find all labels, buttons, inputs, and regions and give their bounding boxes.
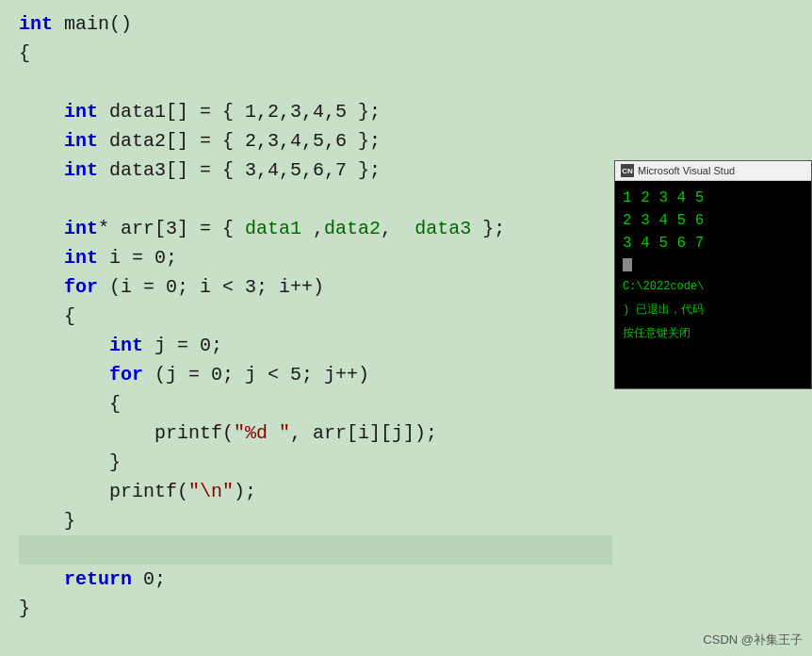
code-line-2: { bbox=[19, 39, 612, 68]
console-window: CN Microsoft Visual Stud 1 2 3 4 5 2 3 4… bbox=[614, 160, 812, 389]
code-line-18: } bbox=[19, 506, 612, 535]
console-status-2: ) 已退出，代码 bbox=[623, 303, 804, 319]
code-line-4: int data1[] = { 1,2,3,4,5 }; bbox=[19, 97, 612, 126]
console-status-1: C:\2022code\ bbox=[623, 279, 804, 295]
console-icon: CN bbox=[621, 164, 634, 177]
code-line-9: int i = 0; bbox=[19, 243, 612, 272]
code-line-12: int j = 0; bbox=[19, 331, 612, 360]
code-line-8: int* arr[3] = { data1 ,data2, data3 }; bbox=[19, 214, 612, 243]
console-output-row-1: 1 2 3 4 5 bbox=[623, 187, 804, 209]
console-cursor bbox=[623, 258, 632, 271]
code-line-11: { bbox=[19, 302, 612, 331]
console-body: 1 2 3 4 5 2 3 4 5 6 3 4 5 6 7 C:\2022cod… bbox=[615, 181, 811, 388]
code-line-17: printf("\n"); bbox=[19, 477, 612, 506]
console-titlebar: CN Microsoft Visual Stud bbox=[615, 161, 811, 181]
code-line-20: return 0; bbox=[19, 565, 612, 594]
console-title: Microsoft Visual Stud bbox=[638, 165, 735, 176]
code-line-5: int data2[] = { 2,3,4,5,6 }; bbox=[19, 126, 612, 156]
code-line-7 bbox=[19, 185, 612, 214]
code-line-13: for (j = 0; j < 5; j++) bbox=[19, 360, 612, 389]
code-line-19 bbox=[19, 535, 612, 565]
code-line-21: } bbox=[19, 594, 612, 623]
code-line-3 bbox=[19, 68, 612, 97]
console-output-row-3: 3 4 5 6 7 bbox=[623, 232, 804, 254]
code-line-6: int data3[] = { 3,4,5,6,7 }; bbox=[19, 156, 612, 185]
code-line-10: for (i = 0; i < 3; i++) bbox=[19, 272, 612, 302]
code-line-16: } bbox=[19, 448, 612, 477]
code-editor: int main() { int data1[] = { 1,2,3,4,5 }… bbox=[0, 0, 631, 656]
watermark: CSDN @补集王子 bbox=[703, 631, 803, 648]
code-line-14: { bbox=[19, 389, 612, 418]
code-line-1: int main() bbox=[19, 9, 612, 39]
console-status-3: 按任意键关闭 bbox=[623, 326, 804, 342]
console-output-row-2: 2 3 4 5 6 bbox=[623, 209, 804, 232]
code-line-15: printf("%d ", arr[i][j]); bbox=[19, 418, 612, 448]
